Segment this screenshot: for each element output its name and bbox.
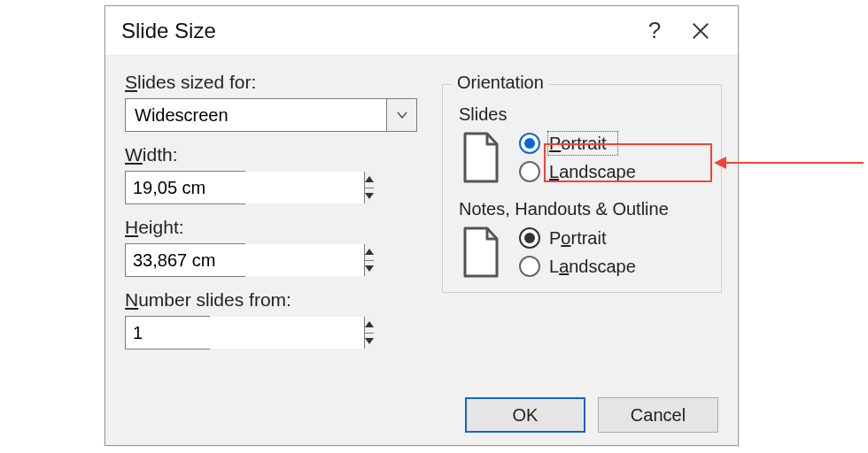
- triangle-down-icon: [365, 193, 374, 199]
- width-label: Width:: [125, 144, 422, 165]
- radio-notes-portrait-label: Portrait: [549, 228, 606, 249]
- size-fields: Slides sized for: Width:: [125, 72, 422, 349]
- number-up-button[interactable]: [365, 317, 374, 333]
- slide-size-dialog: Slide Size ? Slides sized for:: [105, 5, 739, 446]
- ok-button[interactable]: OK: [465, 397, 585, 433]
- width-spinner[interactable]: [125, 171, 245, 204]
- width-up-button[interactable]: [365, 172, 374, 188]
- sized-for-combobox[interactable]: [125, 98, 417, 132]
- height-down-button[interactable]: [365, 260, 374, 277]
- width-value[interactable]: [126, 172, 364, 203]
- triangle-down-icon: [365, 265, 374, 272]
- page-portrait-icon: [459, 226, 503, 278]
- number-from-value[interactable]: [126, 317, 364, 349]
- orientation-group-label: Orientation: [452, 73, 549, 93]
- height-label: Height:: [125, 217, 422, 238]
- height-spinner[interactable]: [125, 243, 245, 277]
- orientation-group: Orientation Slides Portrait: [442, 84, 722, 293]
- sized-for-label: Slides sized for:: [125, 72, 422, 93]
- radio-notes-landscape-label: Landscape: [549, 257, 636, 277]
- radio-notes-landscape[interactable]: Landscape: [519, 256, 636, 277]
- radio-slides-portrait[interactable]: Portrait: [519, 133, 636, 154]
- sized-for-dropdown-button[interactable]: [386, 99, 416, 131]
- svg-marker-4: [365, 249, 374, 255]
- radio-slides-portrait-label: Portrait: [549, 134, 606, 154]
- height-value[interactable]: [126, 244, 364, 276]
- dialog-title: Slide Size: [121, 19, 216, 43]
- ok-button-label: OK: [513, 405, 539, 426]
- slides-sublabel: Slides: [459, 104, 710, 125]
- cancel-button[interactable]: Cancel: [598, 397, 718, 433]
- help-button[interactable]: ?: [632, 6, 678, 56]
- notes-sublabel: Notes, Handouts & Outline: [459, 199, 710, 219]
- number-from-spinner[interactable]: [125, 316, 210, 349]
- number-from-label: Number slides from:: [125, 289, 422, 311]
- svg-marker-3: [365, 193, 374, 199]
- sized-for-value[interactable]: [126, 99, 386, 131]
- height-up-button[interactable]: [365, 244, 374, 260]
- close-icon: [691, 21, 710, 41]
- svg-marker-9: [465, 228, 497, 276]
- number-down-button[interactable]: [365, 333, 374, 349]
- annotation-arrow-line: [726, 162, 864, 164]
- triangle-up-icon: [365, 249, 374, 255]
- svg-marker-6: [365, 321, 374, 327]
- triangle-up-icon: [365, 321, 374, 327]
- svg-marker-2: [365, 176, 374, 182]
- svg-marker-7: [365, 338, 374, 344]
- help-icon: ?: [648, 17, 661, 44]
- chevron-down-icon: [396, 111, 408, 119]
- svg-marker-8: [465, 134, 497, 181]
- notes-orientation-group: Notes, Handouts & Outline Portrait: [453, 199, 710, 278]
- page-portrait-icon: [459, 132, 503, 183]
- triangle-down-icon: [365, 338, 374, 344]
- cancel-button-label: Cancel: [631, 405, 686, 426]
- width-down-button[interactable]: [365, 188, 374, 204]
- radio-slides-landscape-label: Landscape: [549, 162, 636, 182]
- slides-orientation-group: Slides Portrait: [453, 104, 710, 183]
- svg-marker-5: [365, 265, 374, 272]
- radio-slides-landscape[interactable]: Landscape: [519, 161, 636, 182]
- close-button[interactable]: [678, 6, 724, 56]
- radio-notes-portrait[interactable]: Portrait: [519, 227, 636, 249]
- triangle-up-icon: [365, 176, 374, 182]
- titlebar: Slide Size ?: [105, 6, 738, 56]
